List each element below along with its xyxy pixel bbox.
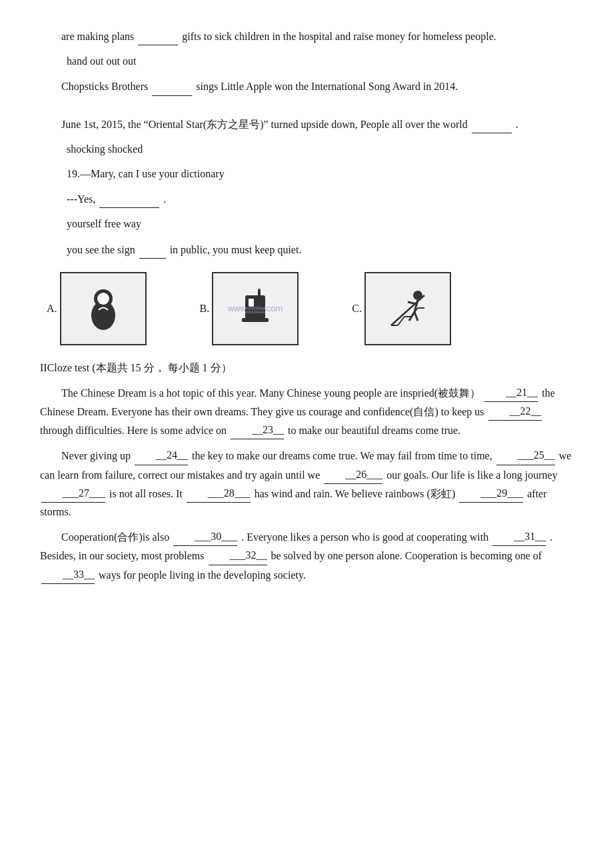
blank-24: __24__ — [135, 446, 188, 465]
p7-text-after: . — [163, 193, 166, 205]
paragraph-1: are making plans gifts to sick children … — [40, 27, 573, 45]
image-c: C. — [352, 272, 451, 345]
p7-text-before: ---Yes, — [67, 193, 95, 205]
image-b: B. www.bdfy.com — [200, 272, 299, 345]
blank-32: ___32__ — [209, 546, 267, 565]
p3-text-after: sings Little Apple won the International… — [196, 81, 458, 92]
svg-rect-9 — [245, 311, 265, 313]
svg-rect-8 — [245, 307, 265, 309]
images-row: A. B. ww — [47, 272, 573, 345]
cp1-t4: to make our beautiful dreams come true. — [288, 425, 460, 436]
cp3-t5: ways for people living in the developing… — [99, 569, 306, 581]
cloze-paragraph-3: Cooperation(合作)is also ___30___ . Everyo… — [40, 527, 573, 584]
cp2-t4: our goals. Our life is like a long journ… — [386, 469, 557, 481]
cp1-t3: through difficulties. Here is some advic… — [40, 425, 227, 436]
blank-5 — [139, 240, 166, 259]
blank-23: __23__ — [231, 421, 284, 439]
cloze-paragraph-2: Never giving up __24__ the key to make o… — [40, 446, 573, 521]
hand-sign-icon — [73, 282, 133, 335]
cp2-t1: Never giving up — [61, 450, 131, 461]
blank-21: __21__ — [484, 383, 538, 402]
cp3-t2: . Everyone likes a person who is good at… — [241, 531, 488, 543]
image-b-label: B. — [200, 300, 210, 317]
p4-text: June 1st, 2015, the “Oriental Star(东方之星号… — [61, 119, 468, 130]
blank-29: ___29___ — [459, 484, 523, 503]
image-c-frame — [364, 272, 451, 345]
paragraph-4: June 1st, 2015, the “Oriental Star(东方之星号… — [40, 115, 573, 133]
blank-30: ___30___ — [173, 527, 237, 546]
cloze-paragraph-1: The Chinese Dream is a hot topic of this… — [40, 383, 573, 440]
cloze-title: IICloze test (本题共 15 分， 每小题 1 分） — [40, 359, 573, 377]
paragraph-8: yourself free way — [67, 215, 573, 233]
image-a-label: A. — [47, 300, 57, 317]
paragraph-2: hand out out out — [67, 52, 573, 70]
blank-4 — [99, 189, 159, 208]
blank-26: __26___ — [324, 465, 382, 484]
blank-27: ___27___ — [41, 484, 105, 503]
blank-25: ___25__ — [496, 446, 555, 465]
blank-33: __33__ — [41, 565, 95, 584]
blank-22: __22__ — [488, 402, 542, 421]
cp1-t1: The Chinese Dream is a hot topic of this… — [61, 387, 480, 399]
paragraph-9: you see the sign in public, you must kee… — [67, 240, 573, 259]
paragraph-6: 19.—Mary, can I use your dictionary — [67, 165, 573, 183]
svg-rect-5 — [249, 299, 254, 307]
p5-text: shocking shocked — [67, 143, 143, 155]
cp2-t6: has wind and rain. We believe rainbows (… — [255, 488, 455, 499]
no-food-icon — [225, 282, 285, 335]
svg-rect-4 — [245, 295, 265, 319]
escalator-icon — [378, 282, 438, 335]
p8-text: yourself free way — [67, 218, 141, 229]
cp3-t4: be solved by one person alone. Cooperati… — [271, 550, 542, 561]
p4-text-end: . — [516, 119, 518, 130]
p2-text: hand out out out — [67, 55, 136, 67]
p1-text-after: gifts to sick children in the hospital a… — [182, 31, 496, 42]
image-b-frame: www.bdfy.com — [212, 272, 299, 345]
cp2-t2: the key to make our dreams come true. We… — [192, 450, 492, 461]
image-c-label: C. — [352, 300, 362, 317]
blank-28: ___28___ — [187, 484, 251, 503]
image-a: A. — [47, 272, 147, 345]
cloze-title-text: IICloze test (本题共 15 分， 每小题 1 分） — [40, 362, 232, 373]
p9-text-after: in public, you must keep quiet. — [170, 244, 302, 255]
p1-text-before: are making plans — [61, 31, 134, 42]
svg-rect-6 — [258, 289, 261, 302]
blank-2 — [152, 77, 192, 95]
cp2-t5: is not all roses. It — [109, 488, 183, 499]
image-a-frame — [60, 272, 147, 345]
blank-1 — [138, 27, 178, 45]
cp3-t1: Cooperation(合作)is also — [61, 531, 169, 543]
p3-text-before: Chopsticks Brothers — [61, 81, 148, 92]
svg-line-15 — [391, 295, 424, 325]
paragraph-5: shocking shocked — [67, 140, 573, 158]
blank-3 — [472, 115, 512, 133]
svg-point-2 — [97, 293, 109, 305]
svg-line-14 — [414, 312, 418, 321]
paragraph-7: ---Yes, . — [67, 189, 573, 208]
svg-rect-7 — [242, 318, 269, 322]
p6-text: 19.—Mary, can I use your dictionary — [67, 168, 225, 179]
blank-31: __31__ — [492, 527, 546, 546]
p9-text-before: you see the sign — [67, 244, 135, 255]
paragraph-3: Chopsticks Brothers sings Little Apple w… — [40, 77, 573, 95]
svg-rect-3 — [97, 319, 110, 329]
